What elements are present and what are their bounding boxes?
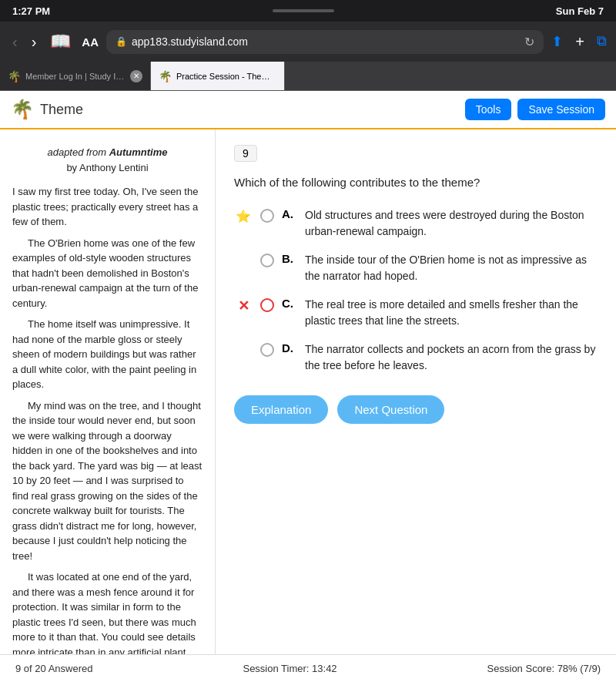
tab-icon-1: 🌴 — [8, 70, 21, 82]
tab-icon-2: 🌴 — [159, 70, 172, 82]
forward-button[interactable]: › — [28, 33, 40, 51]
option-c[interactable]: ✕ C. The real tree is more detailed and … — [234, 297, 598, 329]
back-button[interactable]: ‹ — [9, 33, 21, 51]
passage-para-3: The home itself was unimpressive. It had… — [12, 317, 203, 392]
option-text-a: Old structures and trees were destroyed … — [305, 207, 598, 240]
radio-b[interactable] — [260, 254, 274, 267]
passage-body: I saw my first tree today. Oh, I've seen… — [12, 184, 203, 654]
tab-member-login[interactable]: 🌴 Member Log In | Study Island ✕ — [0, 62, 151, 90]
option-text-d: The narrator collects and pockets an aco… — [305, 341, 598, 374]
tab-practice-session[interactable]: 🌴 Practice Session - Theme - Study Islan… — [151, 62, 285, 90]
radio-c[interactable] — [260, 298, 274, 312]
app-logo-icon: 🌴 — [11, 99, 34, 120]
tab-close-1[interactable]: ✕ — [130, 70, 142, 82]
option-d[interactable]: D. The narrator collects and pockets an … — [234, 341, 598, 374]
app-header: 🌴 Theme Tools Save Session — [0, 91, 616, 129]
footer-timer: Session Timer: 13:42 — [243, 663, 336, 674]
passage-para-4: My mind was on the tree, and I thought t… — [12, 398, 203, 564]
passage-title: adapted from Autumntime by Anthony Lenti… — [12, 145, 203, 175]
passage-author: by Anthony Lentini — [12, 160, 203, 176]
option-letter-a: A. — [282, 207, 297, 220]
option-b[interactable]: B. The inside tour of the O'Brien home i… — [234, 252, 598, 284]
aa-button[interactable]: AA — [82, 35, 99, 49]
footer: 9 of 20 Answered Session Timer: 13:42 Se… — [0, 654, 616, 682]
explanation-button[interactable]: Explanation — [234, 395, 328, 424]
status-bar: 1:27 PM Sun Feb 7 — [0, 0, 616, 22]
action-buttons: Explanation Next Question — [234, 395, 598, 424]
tab-label-1: Member Log In | Study Island — [25, 72, 126, 81]
option-letter-b: B. — [282, 252, 297, 265]
address-bar[interactable]: 🔒 app183.studyisland.com ↻ — [106, 30, 544, 54]
status-day: Sun Feb 7 — [556, 5, 604, 17]
book-icon[interactable]: 📖 — [50, 32, 71, 52]
passage-para-1: I saw my first tree today. Oh, I've seen… — [12, 184, 203, 230]
x-marker-c: ✕ — [234, 297, 253, 315]
lock-icon: 🔒 — [116, 36, 127, 47]
tab-bar: 🌴 Member Log In | Study Island ✕ 🌴 Pract… — [0, 62, 616, 91]
footer-score: Session Score: 78% (7/9) — [487, 663, 601, 674]
main-content: adapted from Autumntime by Anthony Lenti… — [0, 129, 616, 654]
share-icon[interactable]: ⬆ — [551, 33, 563, 51]
tools-button[interactable]: Tools — [465, 99, 512, 120]
radio-d[interactable] — [260, 343, 274, 357]
story-title: Autumntime — [109, 146, 168, 158]
option-letter-d: D. — [282, 341, 297, 354]
save-session-button[interactable]: Save Session — [517, 99, 605, 120]
passage-panel: adapted from Autumntime by Anthony Lenti… — [0, 129, 216, 654]
reload-icon[interactable]: ↻ — [524, 35, 534, 49]
star-marker-a: ⭐ — [234, 207, 253, 226]
option-text-c: The real tree is more detailed and smell… — [305, 297, 598, 329]
tab-label-2: Practice Session - Theme - Study Island — [176, 72, 276, 81]
passage-para-5: It was located at one end of the yard, a… — [12, 569, 203, 654]
passage-para-2: The O'Brien home was one of the few exam… — [12, 236, 203, 311]
app-title: Theme — [40, 102, 465, 118]
tabs-icon[interactable]: ⧉ — [597, 33, 607, 51]
answer-options: ⭐ A. Old structures and trees were destr… — [234, 207, 598, 374]
radio-a[interactable] — [260, 209, 274, 223]
url-text: app183.studyisland.com — [132, 35, 248, 48]
question-panel: 9 Which of the following contributes to … — [216, 129, 616, 654]
option-text-b: The inside tour of the O'Brien home is n… — [305, 252, 598, 284]
footer-answered: 9 of 20 Answered — [15, 663, 92, 674]
browser-toolbar: ‹ › 📖 AA 🔒 app183.studyisland.com ↻ ⬆ + … — [0, 22, 616, 62]
option-letter-c: C. — [282, 297, 297, 310]
next-question-button[interactable]: Next Question — [337, 395, 444, 424]
question-text: Which of the following contributes to th… — [234, 174, 598, 192]
adapted-from-text: adapted from — [47, 146, 106, 158]
option-a[interactable]: ⭐ A. Old structures and trees were destr… — [234, 207, 598, 240]
marker-b — [234, 252, 253, 270]
question-number: 9 — [234, 145, 257, 162]
status-time: 1:27 PM — [12, 5, 50, 17]
plus-icon[interactable]: + — [575, 33, 584, 51]
marker-d — [234, 341, 253, 360]
